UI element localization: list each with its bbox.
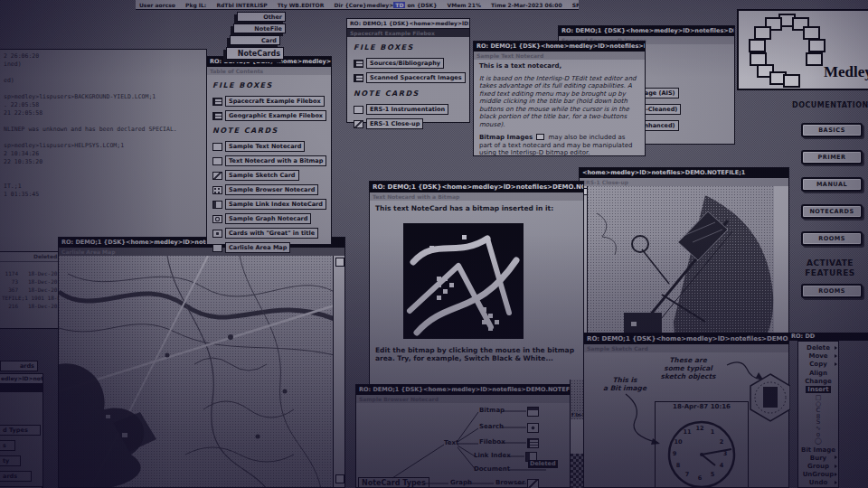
sketch-notecard-subtitle: Sample Sketch Card bbox=[584, 344, 788, 352]
bitmap-node-icon[interactable] bbox=[527, 407, 539, 417]
browser-node-icon[interactable] bbox=[527, 479, 539, 488]
node-graph[interactable]: Graph bbox=[450, 479, 472, 487]
bitmap-notecard-window[interactable]: RO: DEMO;1 {DSK}<home>medley>lD>notefile… bbox=[369, 181, 584, 389]
menu-item-copy[interactable]: Copy bbox=[798, 361, 838, 368]
node-document[interactable]: Document bbox=[474, 465, 510, 474]
sketch-tools-menu[interactable]: Delete Move Copy Align Change Insert □ ○… bbox=[797, 341, 839, 488]
node-link-index[interactable]: Link Index bbox=[474, 452, 511, 460]
filebox-node-icon[interactable] bbox=[527, 438, 539, 448]
satellite-window-titlebar[interactable]: <home>medley>lD>notefiles>DEMO.NOTEFILE;… bbox=[580, 168, 788, 178]
card-sample-sketch-card[interactable]: Sample Sketch Card bbox=[225, 170, 299, 181]
mini-button-ards[interactable]: ards bbox=[0, 471, 32, 482]
map-scrollbar[interactable] bbox=[333, 256, 344, 487]
menu-item-bit-image[interactable]: Bit Image bbox=[798, 446, 838, 454]
stack-card-other[interactable]: Other bbox=[237, 12, 286, 22]
filebox-sources-bibliography[interactable]: Sources/Bibliography bbox=[366, 58, 444, 69]
bitmap-edit-area[interactable] bbox=[403, 223, 524, 339]
sketch-menu-titlebar[interactable]: RO: DD bbox=[788, 333, 868, 341]
map-scrollbar-box-bottom[interactable] bbox=[335, 474, 344, 483]
menu-item-undo[interactable]: Undo bbox=[798, 479, 838, 486]
stack-card-notefile[interactable]: NoteFile bbox=[233, 23, 286, 33]
card-great-in-title[interactable]: Cards with "Great" in title bbox=[225, 228, 318, 239]
stack-card-card[interactable]: Card bbox=[230, 35, 280, 45]
mini-button-types[interactable]: d Types bbox=[0, 425, 41, 436]
map-scrollbar-box-top[interactable] bbox=[335, 258, 344, 267]
link-index-card-icon bbox=[212, 201, 222, 209]
browser-graph-area[interactable]: Text Bitmap Search Filebox Link Index Do… bbox=[356, 403, 570, 487]
mini-window-titlebar[interactable]: edley>lD>not bbox=[0, 374, 42, 384]
text-notecard-window[interactable]: RO: DEMO;1 {DSK}<home>medley>lD>notefile… bbox=[473, 41, 646, 156]
stack-card-notecards[interactable]: NoteCards bbox=[226, 47, 284, 60]
submenu-arrow-icon bbox=[835, 346, 837, 350]
card-sample-text-notecard[interactable]: Sample Text Notecard bbox=[225, 141, 305, 152]
node-text[interactable]: Text bbox=[444, 439, 458, 447]
card-sample-browser-notecard[interactable]: Sample Browser Notecard bbox=[225, 184, 318, 195]
menu-item-change[interactable]: Change bbox=[798, 378, 838, 385]
sketch-notecard-window[interactable]: RO: DEMO;1 {DSK}<home>medley>lD>notefile… bbox=[583, 333, 789, 488]
doc-button-notecards[interactable]: NOTECARDS bbox=[801, 204, 863, 219]
card-sample-link-index-notecard[interactable]: Sample Link Index NoteCard bbox=[225, 199, 326, 210]
mini-button-s[interactable]: s bbox=[0, 440, 15, 451]
doc-button-primer[interactable]: PRIMER bbox=[801, 150, 863, 164]
notecards-heading: NOTE CARDS bbox=[212, 127, 329, 135]
browser-notecard-window[interactable]: RO: DEMO;1 {DSK}<home>medley>lD>notefile… bbox=[355, 384, 571, 488]
spacecraft-filebox-window[interactable]: RO: DEMO;1 {DSK}<home>medley>lD>n Spacec… bbox=[346, 18, 470, 123]
mini-window-black-bar bbox=[0, 384, 42, 392]
statusbar-sftp: SFTP 23465 / aorcso / cdfQy46 bbox=[572, 2, 579, 8]
node-search[interactable]: Search bbox=[479, 423, 504, 431]
search-node-icon[interactable] bbox=[527, 423, 539, 433]
card-ers1-instrumentation[interactable]: ERS-1 Instrumentation bbox=[366, 104, 448, 115]
contents-window[interactable]: RO: DEMO;1 {DSK}<home>medley>lD>no Table… bbox=[206, 56, 332, 245]
menu-item-align[interactable]: Align bbox=[798, 370, 838, 377]
menu-item-group[interactable]: Group bbox=[798, 463, 838, 470]
node-root[interactable]: NoteCard Types bbox=[358, 477, 429, 488]
notecards-app-icon[interactable]: Other NoteFile Card NoteCards ▤▤ bbox=[222, 9, 293, 65]
bitmap-intro-text: This text NoteCard has a bitmap inserted… bbox=[370, 201, 583, 212]
submenu-arrow-icon bbox=[835, 362, 837, 366]
filebox-scanned-spacecraft-images[interactable]: Scanned Spacecraft Images bbox=[366, 72, 466, 83]
scanned-images-titlebar[interactable]: RO: DEMO;1 {DSK}<home>medley>lD>notefile… bbox=[559, 26, 734, 36]
map-canvas[interactable] bbox=[59, 256, 333, 487]
sketch-card-icon bbox=[354, 120, 363, 128]
filebox-spacecraft-example[interactable]: Spacecraft Example Filebox bbox=[225, 96, 325, 107]
node-browser[interactable]: Browser bbox=[495, 479, 524, 487]
node-bitmap[interactable]: Bitmap bbox=[479, 407, 505, 415]
statusbar-time: Time 2-Mar-2023 06:00 bbox=[491, 2, 562, 8]
sketch-tool-icons[interactable]: □ ○ C 8 S ∿ o ◯ bbox=[798, 395, 838, 444]
mini-button-ty[interactable]: ty bbox=[0, 455, 21, 466]
bitmap-notecard-titlebar[interactable]: RO: DEMO;1 {DSK}<home>medley>lD>notefile… bbox=[370, 182, 583, 192]
card-ers1-closeup[interactable]: ERS-1 Close-up bbox=[366, 118, 423, 129]
clock-sketch-box[interactable]: 18-Apr-87 10:16 12 1 2 3 4 5 6 7 8 9 10 … bbox=[655, 401, 749, 488]
notecard-paragraph-1: This is a text notecard, bbox=[479, 62, 639, 70]
spacecraft-filebox-subtitle: Spacecraft Example Filebox bbox=[347, 29, 469, 37]
menu-item-bury[interactable]: Bury bbox=[798, 455, 838, 462]
card-sample-graph-notecard[interactable]: Sample Graph Notecard bbox=[225, 213, 311, 224]
menu-item-insert-selected[interactable]: Insert bbox=[798, 386, 838, 393]
filebox-geographic-example[interactable]: Geographic Example Filebox bbox=[225, 110, 326, 121]
ards-fragment-button[interactable]: ards bbox=[0, 361, 38, 371]
sketch-notecard-titlebar[interactable]: RO: DEMO;1 {DSK}<home>medley>lD>notefile… bbox=[584, 333, 788, 344]
clock-date-label: 18-Apr-87 10:16 bbox=[656, 402, 748, 411]
logo-card bbox=[783, 74, 800, 88]
browser-notecard-titlebar[interactable]: RO: DEMO;1 {DSK}<home>medley>lD>notefile… bbox=[356, 385, 570, 395]
text-notecard-subtitle: Sample Text Notecard bbox=[474, 52, 645, 60]
spacecraft-filebox-titlebar[interactable]: RO: DEMO;1 {DSK}<home>medley>lD>n bbox=[347, 19, 469, 29]
doc-button-rooms[interactable]: ROOMS bbox=[801, 231, 863, 246]
text-notecard-titlebar[interactable]: RO: DEMO;1 {DSK}<home>medley>lD>notefile… bbox=[474, 42, 645, 52]
card-text-notecard-with-bitmap[interactable]: Text Notecard with a Bitmap bbox=[225, 155, 326, 166]
filebox-icon bbox=[212, 112, 222, 120]
doc-button-manual[interactable]: MANUAL bbox=[801, 177, 863, 192]
doc-button-basics[interactable]: BASICS bbox=[801, 123, 863, 137]
menu-item-ungroup[interactable]: UnGroup bbox=[798, 471, 838, 478]
activate-button-rooms[interactable]: ROOMS bbox=[801, 284, 863, 298]
menu-item-delete[interactable]: Delete bbox=[798, 344, 838, 352]
file-listing-rows: 1174 18-Dec-202 73 18-Dec-202 367 18-Dec… bbox=[0, 262, 67, 310]
menu-item-move[interactable]: Move bbox=[798, 352, 838, 360]
mini-window-fragment[interactable]: edley>lD>not d Types s ty ards ation Scr… bbox=[0, 373, 43, 488]
exec-console-window[interactable]: 2 26:06:20 ined) ed) sp>medley>lispusers… bbox=[0, 49, 207, 253]
node-filebox[interactable]: Filebox bbox=[479, 438, 505, 446]
graph-card-icon bbox=[212, 215, 222, 223]
map-notecard-window[interactable]: RO: DEMO;1 {DSK}<home>medley>lD>notefile… bbox=[58, 237, 345, 488]
sketch-canvas[interactable]: These are some typical sketch objects Th… bbox=[584, 352, 788, 487]
card-carlisle-area-map[interactable]: Carlisle Area Map bbox=[225, 242, 290, 253]
